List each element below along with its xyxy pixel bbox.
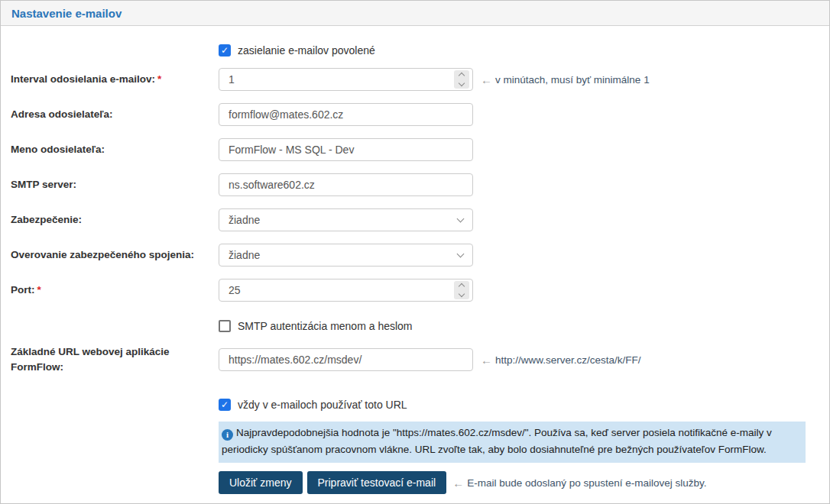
smtp-auth-label: SMTP autentizácia menom a heslom bbox=[238, 320, 413, 332]
sender-name-label: Meno odosielateľa: bbox=[1, 142, 219, 157]
required-asterisk: * bbox=[157, 73, 161, 85]
row-security: Zabezpečenie: žiadne bbox=[1, 208, 829, 231]
secure-verification-select[interactable]: žiadne bbox=[219, 244, 473, 267]
left-arrow-icon: ← bbox=[481, 73, 492, 86]
page-title: Nastavenie e-mailov bbox=[11, 7, 122, 20]
chevron-up-icon bbox=[459, 283, 465, 289]
sending-enabled-checkbox[interactable]: ✓ bbox=[219, 44, 231, 57]
port-label: Port:* bbox=[1, 283, 219, 298]
smtp-server-input[interactable] bbox=[219, 173, 473, 196]
number-spinner[interactable] bbox=[454, 281, 469, 299]
row-buttons: Uložiť zmeny Pripraviť testovací e-mail … bbox=[1, 471, 829, 494]
row-always-use-url: ✓ vždy v e-mailoch používať toto URL bbox=[1, 399, 829, 411]
sender-address-label: Adresa odosielateľa: bbox=[1, 107, 219, 122]
row-sending-enabled: ✓ zasielanie e-mailov povolené bbox=[1, 44, 829, 57]
interval-input[interactable] bbox=[219, 68, 473, 91]
base-url-label: Základné URL webovej aplikácie FormFlow: bbox=[1, 344, 219, 375]
check-icon: ✓ bbox=[221, 400, 229, 409]
info-box: iNajpravdepodobnejšia hodnota je "https:… bbox=[219, 422, 806, 463]
interval-hint: ← v minútach, musí byť minimálne 1 bbox=[481, 73, 650, 86]
base-url-input[interactable] bbox=[219, 348, 473, 371]
security-select[interactable]: žiadne bbox=[219, 208, 473, 231]
number-spinner[interactable] bbox=[454, 70, 469, 89]
buttons-hint: ← E-mail bude odoslaný po spustení e-mai… bbox=[452, 477, 706, 489]
sending-enabled-checkbox-row[interactable]: ✓ zasielanie e-mailov povolené bbox=[219, 44, 473, 57]
sender-name-input[interactable] bbox=[219, 138, 473, 161]
sender-address-input[interactable] bbox=[219, 103, 473, 126]
row-base-url: Základné URL webovej aplikácie FormFlow:… bbox=[1, 344, 829, 375]
interval-label: Interval odosielania e-mailov:* bbox=[1, 72, 219, 87]
row-info: iNajpravdepodobnejšia hodnota je "https:… bbox=[1, 422, 829, 463]
row-interval: Interval odosielania e-mailov:* ← v minú… bbox=[1, 68, 829, 91]
required-asterisk: * bbox=[37, 284, 41, 296]
smtp-auth-checkbox[interactable] bbox=[219, 320, 231, 332]
info-icon: i bbox=[222, 429, 233, 441]
row-port: Port:* bbox=[1, 279, 829, 302]
row-sender-name: Meno odosielateľa: bbox=[1, 138, 829, 161]
always-use-url-checkbox[interactable]: ✓ bbox=[219, 399, 231, 411]
sending-enabled-label: zasielanie e-mailov povolené bbox=[238, 44, 375, 57]
info-text: Najpravdepodobnejšia hodnota je "https:/… bbox=[222, 427, 772, 455]
row-smtp-server: SMTP server: bbox=[1, 173, 829, 196]
left-arrow-icon: ← bbox=[481, 354, 492, 367]
secure-verification-label: Overovanie zabezpečeného spojenia: bbox=[1, 247, 219, 263]
row-secure-verification: Overovanie zabezpečeného spojenia: žiadn… bbox=[1, 244, 829, 267]
smtp-auth-checkbox-row[interactable]: SMTP autentizácia menom a heslom bbox=[219, 320, 473, 332]
base-url-hint: ← http://www.server.cz/cesta/k/FF/ bbox=[481, 354, 641, 367]
security-label: Zabezpečenie: bbox=[1, 212, 219, 228]
port-input[interactable] bbox=[219, 279, 473, 302]
email-settings-form: ✓ zasielanie e-mailov povolené Interval … bbox=[1, 44, 829, 494]
row-sender-address: Adresa odosielateľa: bbox=[1, 103, 829, 126]
always-use-url-checkbox-row[interactable]: ✓ vždy v e-mailoch používať toto URL bbox=[219, 399, 473, 411]
left-arrow-icon: ← bbox=[452, 477, 464, 489]
email-settings-panel: Nastavenie e-mailov ✓ zasielanie e-mailo… bbox=[0, 0, 830, 504]
row-smtp-auth: SMTP autentizácia menom a heslom bbox=[1, 320, 829, 332]
always-use-url-label: vždy v e-mailoch používať toto URL bbox=[238, 399, 407, 411]
chevron-down-icon bbox=[459, 291, 465, 297]
chevron-down-icon bbox=[459, 80, 465, 86]
panel-header: Nastavenie e-mailov bbox=[1, 1, 829, 26]
chevron-up-icon bbox=[459, 73, 465, 79]
save-button[interactable]: Uložiť zmeny bbox=[219, 471, 303, 494]
prepare-test-email-button[interactable]: Pripraviť testovací e-mail bbox=[307, 471, 447, 494]
check-icon: ✓ bbox=[221, 46, 229, 55]
smtp-server-label: SMTP server: bbox=[1, 177, 219, 192]
